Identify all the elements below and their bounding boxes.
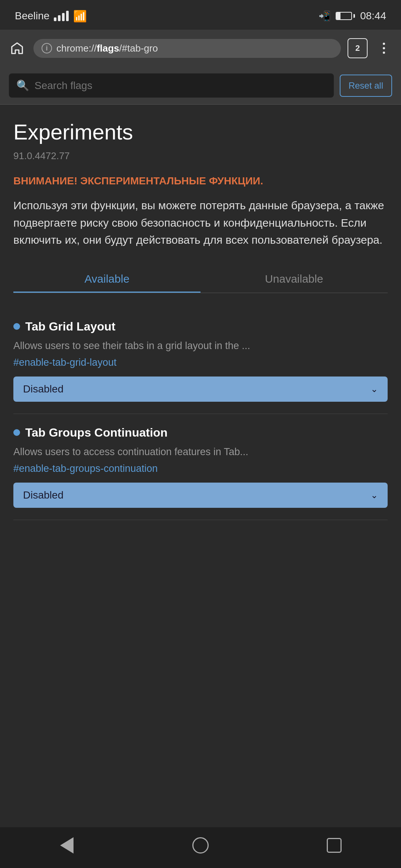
time-display: 08:44: [360, 10, 386, 22]
info-icon: i: [42, 43, 52, 53]
flag-dropdown[interactable]: Disabled ⌄: [13, 377, 388, 402]
browser-nav-bar: i chrome://flags/#tab-gro 2: [0, 30, 401, 67]
flag-link[interactable]: #enable-tab-grid-layout: [13, 357, 388, 368]
main-content: Experiments 91.0.4472.77 ВНИМАНИЕ! ЭКСПЕ…: [0, 105, 401, 827]
chevron-down-icon: ⌄: [371, 490, 378, 500]
bottom-nav: [0, 827, 401, 868]
flag-link[interactable]: #enable-tab-groups-continuation: [13, 463, 388, 474]
search-input-wrapper[interactable]: 🔍: [9, 73, 334, 98]
recent-apps-button[interactable]: [323, 834, 345, 857]
address-bar[interactable]: i chrome://flags/#tab-gro: [33, 39, 341, 58]
battery-icon: [336, 12, 355, 20]
flag-title: Tab Grid Layout: [25, 320, 115, 333]
flag-dropdown-value: Disabled: [23, 383, 63, 395]
home-button[interactable]: [7, 39, 27, 58]
flag-dropdown-value: Disabled: [23, 489, 63, 501]
back-button[interactable]: [56, 834, 78, 857]
signal-icon: [54, 11, 69, 21]
home-nav-button[interactable]: [189, 834, 212, 857]
search-bar-container: 🔍 Reset all: [0, 67, 401, 105]
search-icon: 🔍: [16, 79, 29, 92]
flag-description: Allows users to see their tabs in a grid…: [13, 339, 388, 353]
back-icon: [60, 837, 74, 854]
flag-title: Tab Groups Continuation: [25, 426, 167, 440]
status-left: Beeline 📶: [15, 10, 87, 23]
flag-indicator-dot: [13, 429, 20, 436]
flag-dropdown[interactable]: Disabled ⌄: [13, 483, 388, 508]
warning-text: ВНИМАНИЕ! ЭКСПЕРИМЕНТАЛЬНЫЕ ФУНКЦИИ.: [13, 174, 388, 188]
version-text: 91.0.4472.77: [13, 150, 388, 162]
tabs-container: Available Unavailable: [13, 264, 388, 293]
home-icon: [10, 41, 24, 55]
reset-all-button[interactable]: Reset all: [340, 75, 392, 97]
wifi-icon: 📶: [73, 10, 87, 23]
tab-count-button[interactable]: 2: [348, 38, 368, 58]
description-text: Используя эти функции, вы можете потерят…: [13, 197, 388, 249]
tab-available[interactable]: Available: [13, 264, 200, 293]
status-bar: Beeline 📶 📲 08:44: [0, 0, 401, 30]
carrier-name: Beeline: [15, 10, 49, 22]
flag-description: Allows users to access continuation feat…: [13, 445, 388, 459]
recent-apps-icon: [327, 838, 342, 853]
status-right: 📲 08:44: [319, 10, 386, 22]
flag-item-tab-grid-layout: Tab Grid Layout Allows users to see thei…: [13, 308, 388, 414]
page-title: Experiments: [13, 119, 388, 144]
vibrate-icon: 📲: [319, 10, 330, 22]
chevron-down-icon: ⌄: [371, 384, 378, 394]
more-options-button[interactable]: [374, 39, 394, 58]
flag-indicator-dot: [13, 323, 20, 330]
search-input[interactable]: [35, 80, 326, 92]
tab-unavailable[interactable]: Unavailable: [200, 264, 388, 293]
flag-item-tab-groups-continuation: Tab Groups Continuation Allows users to …: [13, 414, 388, 520]
home-nav-icon: [192, 837, 209, 854]
url-display: chrome://flags/#tab-gro: [56, 43, 158, 54]
